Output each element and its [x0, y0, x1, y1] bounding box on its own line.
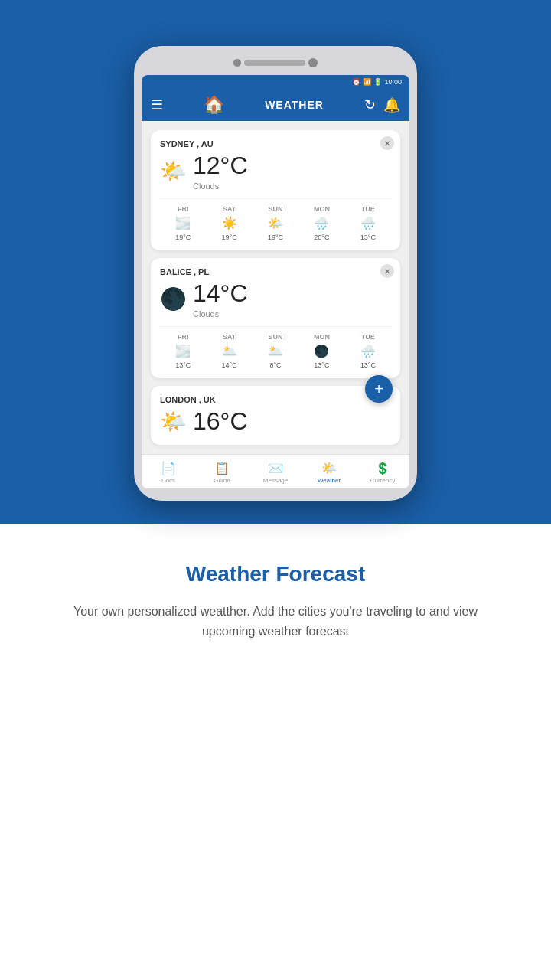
- balice-close-button[interactable]: ✕: [380, 264, 394, 278]
- fri-icon: 🌫️: [175, 216, 191, 230]
- docs-label: Docs: [161, 477, 175, 484]
- mon-icon: 🌧️: [314, 216, 329, 230]
- day-tue-label: TUE: [361, 205, 375, 213]
- balice-city-name: BALICE , PL: [160, 267, 391, 276]
- message-icon: ✉️: [268, 461, 283, 475]
- sydney-forecast-sun: SUN 🌤️ 19°C: [253, 205, 298, 241]
- sydney-forecast-sat: SAT ☀️ 19°C: [206, 205, 252, 241]
- guide-label: Guide: [214, 477, 230, 484]
- notification-icon[interactable]: 🔔: [383, 96, 400, 113]
- nav-title: WEATHER: [265, 99, 324, 111]
- london-temp: 16°C: [193, 407, 248, 436]
- fri-temp: 19°C: [175, 234, 191, 241]
- sydney-forecast-fri: FRI 🌫️ 19°C: [160, 205, 206, 241]
- camera-dot-left: [233, 59, 241, 67]
- balice-temp: 14°C: [193, 279, 248, 308]
- balice-forecast-fri: FRI 🌫️ 13°C: [160, 333, 206, 369]
- balice-weather-icon: 🌑: [160, 286, 187, 312]
- tue-temp: 13°C: [360, 234, 376, 241]
- feature-section: Weather Forecast Your own personalized w…: [0, 524, 551, 980]
- currency-label: Currency: [370, 477, 395, 484]
- tue-icon: 🌧️: [360, 216, 376, 230]
- sydney-forecast-row: FRI 🌫️ 19°C SAT ☀️ 19°C SUN: [160, 198, 391, 241]
- sat-temp: 19°C: [222, 234, 237, 241]
- balice-mon-icon: 🌑: [314, 344, 329, 358]
- sun-temp: 19°C: [268, 234, 283, 241]
- battery-icon: 🔋: [373, 78, 382, 86]
- nav-item-weather[interactable]: 🌤️ Weather: [302, 461, 356, 484]
- status-icons: ⏰ 📶 🔋 10:00: [352, 78, 402, 86]
- sydney-close-button[interactable]: ✕: [380, 136, 394, 150]
- balice-mon-temp: 13°C: [314, 361, 329, 369]
- sydney-card: ✕ SYDNEY , AU 🌤️ 12°C Clouds FRI: [151, 130, 400, 250]
- balice-sun-label: SUN: [269, 333, 283, 341]
- add-city-button[interactable]: +: [365, 375, 393, 403]
- london-weather-icon: 🌤️: [160, 409, 187, 434]
- sydney-forecast-tue: TUE 🌧️ 13°C: [345, 205, 391, 241]
- balice-temp-row: 🌑 14°C Clouds: [160, 279, 391, 318]
- currency-icon: 💲: [375, 461, 390, 475]
- refresh-icon[interactable]: ↻: [364, 96, 376, 113]
- sydney-city-name: SYDNEY , AU: [160, 139, 391, 149]
- sydney-temp-row: 🌤️ 12°C Clouds: [160, 152, 391, 191]
- feature-description: Your own personalized weatther. Add the …: [46, 602, 505, 641]
- balice-tue-icon: 🌧️: [360, 344, 376, 358]
- london-city-name: LONDON , UK: [160, 395, 391, 404]
- nav-item-message[interactable]: ✉️ Message: [249, 461, 302, 484]
- london-temp-row: 🌤️ 16°C: [160, 407, 391, 436]
- weather-label: Weather: [318, 477, 341, 484]
- balice-forecast-row: FRI 🌫️ 13°C SAT 🌥️ 14°C SUN: [160, 326, 391, 369]
- camera-dot-right: [308, 58, 318, 67]
- mon-temp: 20°C: [314, 234, 329, 241]
- day-mon-label: MON: [314, 205, 330, 213]
- status-bar: ⏰ 📶 🔋 10:00: [142, 75, 409, 89]
- balice-sun-temp: 8°C: [269, 361, 281, 369]
- sydney-weather-icon: 🌤️: [160, 158, 187, 184]
- balice-forecast-sat: SAT 🌥️ 14°C: [206, 333, 252, 369]
- london-card: LONDON , UK 🌤️ 16°C: [151, 386, 400, 445]
- home-icon[interactable]: 🏠: [204, 95, 224, 115]
- nav-item-guide[interactable]: 📋 Guide: [195, 461, 249, 484]
- menu-icon[interactable]: ☰: [151, 96, 163, 113]
- sydney-temp: 12°C: [193, 152, 248, 180]
- sat-icon: ☀️: [222, 216, 237, 230]
- balice-sat-icon: 🌥️: [222, 344, 237, 358]
- balice-fri-label: FRI: [178, 333, 189, 341]
- time-display: 10:00: [384, 78, 402, 86]
- balice-tue-label: TUE: [361, 333, 375, 341]
- balice-sat-label: SAT: [223, 333, 236, 341]
- balice-mon-label: MON: [314, 333, 330, 341]
- balice-tue-temp: 13°C: [360, 361, 376, 369]
- balice-sun-icon: 🌥️: [268, 344, 283, 358]
- sun-icon: 🌤️: [268, 216, 283, 230]
- bottom-navigation: 📄 Docs 📋 Guide ✉️ Message 🌤️ Weather 💲: [142, 454, 409, 488]
- weather-nav-icon: 🌤️: [321, 461, 337, 475]
- sydney-description: Clouds: [193, 181, 248, 191]
- blue-background: ⏰ 📶 🔋 10:00 ☰ 🏠 WEATHER ↻ 🔔: [0, 0, 551, 524]
- balice-forecast-tue: TUE 🌧️ 13°C: [345, 333, 391, 369]
- balice-forecast-mon: MON 🌑 13°C: [298, 333, 344, 369]
- nav-right-icons: ↻ 🔔: [364, 96, 400, 113]
- balice-fri-temp: 13°C: [175, 361, 191, 369]
- balice-sat-temp: 14°C: [222, 361, 237, 369]
- docs-icon: 📄: [161, 461, 176, 475]
- feature-title: Weather Forecast: [186, 562, 365, 586]
- phone-screen: ⏰ 📶 🔋 10:00 ☰ 🏠 WEATHER ↻ 🔔: [142, 75, 409, 488]
- balice-description: Clouds: [193, 309, 248, 318]
- balice-card: ✕ BALICE , PL 🌑 14°C Clouds FRI: [151, 258, 400, 378]
- day-sun-label: SUN: [269, 205, 283, 213]
- wifi-icon: 📶: [363, 78, 371, 86]
- sydney-forecast-mon: MON 🌧️ 20°C: [298, 205, 344, 241]
- phone-top-bar: [142, 58, 409, 67]
- day-sat-label: SAT: [223, 205, 236, 213]
- nav-item-currency[interactable]: 💲 Currency: [356, 461, 409, 484]
- guide-icon: 📋: [214, 461, 230, 475]
- nav-item-docs[interactable]: 📄 Docs: [142, 461, 195, 484]
- balice-forecast-sun: SUN 🌥️ 8°C: [253, 333, 298, 369]
- phone-frame: ⏰ 📶 🔋 10:00 ☰ 🏠 WEATHER ↻ 🔔: [134, 46, 417, 501]
- day-fri-label: FRI: [178, 205, 189, 213]
- balice-fri-icon: 🌫️: [175, 344, 191, 358]
- screen-wrapper: ✕ SYDNEY , AU 🌤️ 12°C Clouds FRI: [151, 130, 400, 445]
- top-navigation: ☰ 🏠 WEATHER ↻ 🔔: [142, 89, 409, 121]
- alarm-icon: ⏰: [352, 78, 360, 86]
